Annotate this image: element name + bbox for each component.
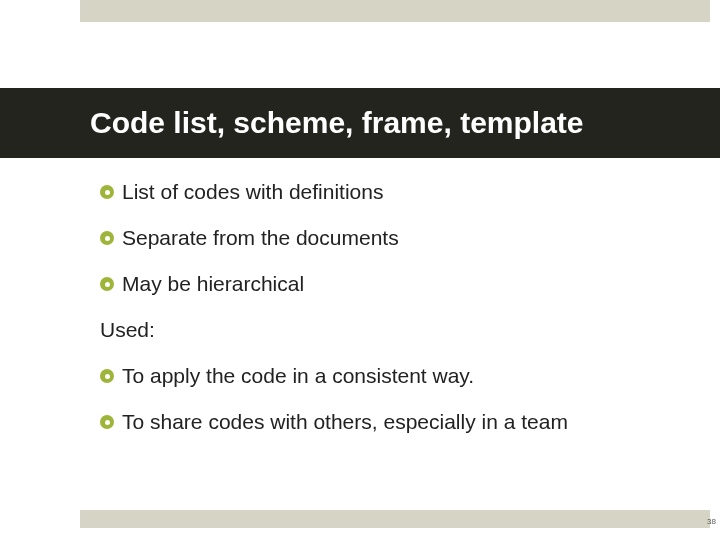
bullet-item: May be hierarchical xyxy=(100,272,660,296)
bullet-icon xyxy=(100,415,114,429)
top-decoration-strip xyxy=(80,0,710,22)
slide-content: List of codes with definitions Separate … xyxy=(100,180,660,456)
bullet-item: To apply the code in a consistent way. xyxy=(100,364,660,388)
bullet-text: To apply the code in a consistent way. xyxy=(122,364,474,388)
bullet-icon xyxy=(100,277,114,291)
bullet-item: Separate from the documents xyxy=(100,226,660,250)
bullet-item: To share codes with others, especially i… xyxy=(100,410,660,434)
bullet-text: To share codes with others, especially i… xyxy=(122,410,568,434)
bottom-decoration-strip xyxy=(80,510,710,528)
bullet-icon xyxy=(100,185,114,199)
bullet-text: List of codes with definitions xyxy=(122,180,383,204)
bullet-text: May be hierarchical xyxy=(122,272,304,296)
bullet-icon xyxy=(100,369,114,383)
used-label: Used: xyxy=(100,318,155,341)
used-label-line: Used: xyxy=(100,318,660,342)
title-bar: Code list, scheme, frame, template xyxy=(0,88,720,158)
page-number: 38 xyxy=(707,517,716,526)
bullet-item: List of codes with definitions xyxy=(100,180,660,204)
slide-title: Code list, scheme, frame, template xyxy=(90,106,584,140)
bullet-text: Separate from the documents xyxy=(122,226,399,250)
bullet-icon xyxy=(100,231,114,245)
